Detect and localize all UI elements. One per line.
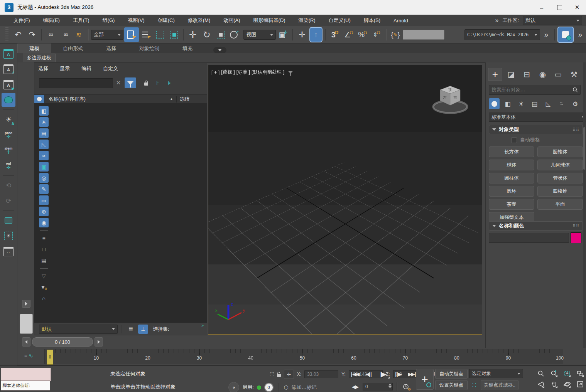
- menu-item[interactable]: 创建(C): [151, 15, 181, 26]
- hierarchy-mode-button[interactable]: ⊦: [153, 78, 162, 87]
- ribbon-tab[interactable]: 对象绘制: [128, 44, 171, 53]
- pan-button[interactable]: [550, 380, 558, 388]
- time-slider[interactable]: 0 / 100: [32, 337, 93, 347]
- close-button[interactable]: ✕: [568, 0, 586, 15]
- maxtoa-toggle-button[interactable]: [2, 93, 15, 107]
- next-key-button[interactable]: ||▶: [392, 369, 404, 379]
- play-button[interactable]: ▶: [377, 369, 390, 379]
- redo-button[interactable]: ↷: [25, 28, 39, 42]
- toolbar-overflow2-icon[interactable]: »: [574, 30, 586, 39]
- percent-snap-button[interactable]: %Ω: [356, 28, 369, 42]
- zoom-button[interactable]: [537, 370, 545, 377]
- key-steps-icon[interactable]: ⸬: [469, 380, 479, 389]
- toolbar-overflow-icon[interactable]: »: [541, 30, 552, 39]
- menu-item[interactable]: 修改器(M): [181, 15, 217, 26]
- window-crossing-button[interactable]: [167, 28, 181, 42]
- helpers-category-button[interactable]: ◺: [543, 98, 554, 109]
- display-containers-toggle[interactable]: ▭: [39, 195, 49, 205]
- explorer-menu-item[interactable]: 选择: [38, 65, 48, 74]
- display-hidden-toggle[interactable]: ◉: [39, 218, 49, 227]
- menu-item[interactable]: 动画(A): [217, 15, 247, 26]
- geometry-category-button[interactable]: [489, 98, 500, 109]
- display-groups-toggle[interactable]: ▣: [39, 162, 49, 172]
- filter-config-button[interactable]: ▼⚙: [39, 282, 49, 292]
- display-cameras-toggle[interactable]: ▤: [39, 128, 49, 138]
- arnold-renderview-button[interactable]: A: [2, 47, 15, 61]
- panel-scrollbar[interactable]: [583, 62, 586, 348]
- blank-view-button[interactable]: □: [39, 244, 49, 254]
- menu-item[interactable]: 渲染(R): [292, 15, 322, 26]
- autogrid-checkbox[interactable]: [511, 137, 517, 143]
- key-filters-button[interactable]: 关键点过滤器..: [481, 380, 518, 390]
- select-link-button[interactable]: ∞: [44, 28, 57, 42]
- auto-key-button[interactable]: 自动关键点: [435, 369, 468, 379]
- display-helpers-toggle[interactable]: ◺: [39, 140, 49, 149]
- viewport-pov-menu[interactable]: [透视 ]: [221, 69, 235, 76]
- arnold-light-button[interactable]: ☀A: [2, 113, 15, 126]
- ribbon-tab[interactable]: 选择: [95, 44, 128, 53]
- shapes-category-button[interactable]: ◧: [502, 98, 513, 109]
- name-color-rollout-header[interactable]: 名称和颜色 ⠿⠿: [489, 221, 583, 230]
- menu-item[interactable]: 编辑(E): [37, 15, 66, 26]
- modify-tab[interactable]: ◪: [505, 68, 518, 81]
- display-lights-toggle[interactable]: ☀: [39, 117, 49, 127]
- menu-item[interactable]: 自定义(U): [322, 15, 357, 26]
- menu-item[interactable]: 文件(F): [7, 15, 37, 26]
- mini-curve-editor-button[interactable]: ≡ ∿: [24, 350, 40, 361]
- ribbon-state-button[interactable]: [213, 47, 226, 53]
- primitive-button[interactable]: 球体: [489, 160, 534, 170]
- ribbon-tab[interactable]: 建模: [17, 44, 51, 53]
- primitive-button[interactable]: 长方体: [489, 146, 534, 157]
- angle-snap-button[interactable]: ∠Ω: [342, 28, 355, 42]
- project-folder-dropdown[interactable]: C:\Users\me⋯ds Max 2026: [464, 29, 540, 40]
- display-geometry-toggle[interactable]: ◧: [39, 106, 49, 116]
- select-place-button[interactable]: ↗: [228, 28, 241, 42]
- spinner-arrows-icon[interactable]: [388, 384, 392, 388]
- menu-item[interactable]: 工具(T): [66, 15, 96, 26]
- footer-overflow-icon[interactable]: »: [201, 323, 204, 328]
- display-probes-toggle[interactable]: ✎: [39, 184, 49, 194]
- viewport-layout-tab[interactable]: [20, 314, 33, 334]
- maximize-button[interactable]: [551, 0, 568, 15]
- display-materials-toggle[interactable]: ⊕: [39, 207, 49, 216]
- bind-spacewarp-button[interactable]: ≋: [72, 28, 85, 42]
- current-frame-spinner[interactable]: 0: [363, 383, 393, 390]
- frozen-column-header[interactable]: 冻结: [176, 96, 207, 103]
- menu-item[interactable]: 视图(V): [121, 15, 151, 26]
- select-object-button[interactable]: ➤: [124, 27, 139, 42]
- viewport-renderer-menu[interactable]: [标准 ]: [236, 69, 250, 76]
- explorer-menu-item[interactable]: 自定义: [103, 65, 118, 74]
- filter-plain-button[interactable]: ▽: [39, 271, 49, 281]
- hierarchy-tab[interactable]: ⊟: [520, 68, 534, 81]
- primitive-button[interactable]: 圆环: [489, 186, 534, 197]
- arnold-render-button[interactable]: A⚡: [2, 62, 15, 76]
- set-key-button[interactable]: 设置关键点: [435, 380, 468, 390]
- use-pivot-center-button[interactable]: ▣✛: [277, 28, 290, 42]
- spacewarps-category-button[interactable]: ≈: [556, 98, 567, 109]
- primitive-button[interactable]: 圆锥体: [537, 146, 583, 157]
- explorer-filter-button[interactable]: [125, 77, 136, 88]
- undo-button[interactable]: ↶: [12, 28, 25, 42]
- field-of-view-button[interactable]: [537, 380, 545, 388]
- workspace-dropdown[interactable]: 默认: [523, 16, 582, 25]
- list-view-button[interactable]: ≡: [39, 233, 49, 243]
- select-rotate-button[interactable]: ↻: [200, 28, 213, 42]
- arnold-sequence-button[interactable]: A▶: [2, 77, 15, 91]
- selected-objects-dropdown[interactable]: 选定对象: [469, 369, 523, 378]
- rect-selection-region-button[interactable]: [154, 28, 167, 42]
- absolute-mode-button[interactable]: ✛: [284, 370, 294, 379]
- arnold-procedural-button[interactable]: proc✛: [2, 128, 15, 142]
- maximize-viewport-button[interactable]: [576, 380, 584, 388]
- object-color-swatch[interactable]: [571, 232, 581, 243]
- name-column-header[interactable]: 名称(按升序排序): [45, 96, 86, 103]
- arnold-alembic-button[interactable]: alem✛: [2, 143, 15, 157]
- primitive-button[interactable]: 几何球体: [537, 160, 583, 170]
- ribbon-tab[interactable]: 自由形式: [51, 44, 95, 53]
- selection-filter-dropdown[interactable]: 全部: [91, 30, 123, 40]
- shapes-window-button[interactable]: ▱: [2, 244, 15, 258]
- viewport-general-menu[interactable]: [ + ]: [211, 70, 220, 75]
- spinner-snap-button[interactable]: ⇕Ω: [370, 28, 383, 42]
- zoom-all-button[interactable]: [550, 370, 558, 377]
- object-type-column-header[interactable]: [34, 95, 45, 103]
- named-selection-sets-button[interactable]: {✎}: [389, 28, 402, 42]
